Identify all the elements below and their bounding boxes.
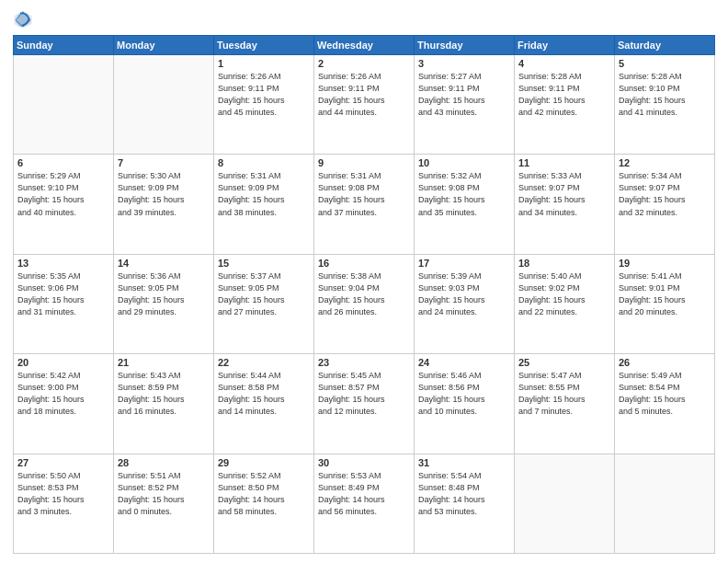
day-number: 3 — [418, 58, 510, 69]
calendar-day-28: 28Sunrise: 5:51 AM Sunset: 8:52 PM Dayli… — [114, 454, 214, 553]
day-info: Sunrise: 5:26 AM Sunset: 9:11 PM Dayligh… — [218, 71, 310, 119]
day-info: Sunrise: 5:31 AM Sunset: 9:08 PM Dayligh… — [318, 170, 410, 218]
day-number: 12 — [619, 157, 711, 168]
calendar-day-26: 26Sunrise: 5:49 AM Sunset: 8:54 PM Dayli… — [615, 354, 715, 454]
day-info: Sunrise: 5:51 AM Sunset: 8:52 PM Dayligh… — [118, 470, 210, 518]
weekday-header-sunday: Sunday — [14, 36, 114, 55]
calendar-day-19: 19Sunrise: 5:41 AM Sunset: 9:01 PM Dayli… — [615, 254, 715, 353]
day-number: 7 — [118, 157, 210, 168]
calendar-day-7: 7Sunrise: 5:30 AM Sunset: 9:09 PM Daylig… — [114, 155, 214, 254]
day-info: Sunrise: 5:35 AM Sunset: 9:06 PM Dayligh… — [17, 270, 109, 318]
day-number: 28 — [118, 457, 210, 468]
day-info: Sunrise: 5:36 AM Sunset: 9:05 PM Dayligh… — [118, 270, 210, 318]
day-number: 4 — [518, 58, 610, 69]
day-number: 24 — [418, 357, 510, 368]
day-info: Sunrise: 5:26 AM Sunset: 9:11 PM Dayligh… — [318, 71, 410, 119]
calendar-day-8: 8Sunrise: 5:31 AM Sunset: 9:09 PM Daylig… — [214, 155, 314, 254]
calendar-day-15: 15Sunrise: 5:37 AM Sunset: 9:05 PM Dayli… — [214, 254, 314, 353]
weekday-header-monday: Monday — [114, 36, 214, 55]
day-number: 27 — [17, 457, 109, 468]
calendar-empty-cell — [615, 454, 715, 553]
day-info: Sunrise: 5:27 AM Sunset: 9:11 PM Dayligh… — [418, 71, 510, 119]
day-number: 15 — [218, 258, 310, 269]
day-info: Sunrise: 5:45 AM Sunset: 8:57 PM Dayligh… — [318, 370, 410, 418]
calendar-day-24: 24Sunrise: 5:46 AM Sunset: 8:56 PM Dayli… — [415, 354, 515, 454]
calendar-week-row: 1Sunrise: 5:26 AM Sunset: 9:11 PM Daylig… — [14, 55, 715, 155]
header — [13, 9, 715, 29]
day-info: Sunrise: 5:42 AM Sunset: 9:00 PM Dayligh… — [17, 370, 109, 418]
day-info: Sunrise: 5:28 AM Sunset: 9:10 PM Dayligh… — [619, 71, 711, 119]
calendar-day-4: 4Sunrise: 5:28 AM Sunset: 9:11 PM Daylig… — [515, 55, 615, 155]
day-number: 19 — [619, 258, 711, 269]
calendar-day-2: 2Sunrise: 5:26 AM Sunset: 9:11 PM Daylig… — [314, 55, 415, 155]
day-number: 22 — [218, 357, 310, 368]
calendar-day-29: 29Sunrise: 5:52 AM Sunset: 8:50 PM Dayli… — [214, 454, 314, 553]
day-number: 8 — [218, 157, 310, 168]
day-info: Sunrise: 5:33 AM Sunset: 9:07 PM Dayligh… — [518, 170, 610, 218]
calendar-day-31: 31Sunrise: 5:54 AM Sunset: 8:48 PM Dayli… — [415, 454, 515, 553]
calendar-week-row: 20Sunrise: 5:42 AM Sunset: 9:00 PM Dayli… — [14, 354, 715, 454]
day-info: Sunrise: 5:28 AM Sunset: 9:11 PM Dayligh… — [518, 71, 610, 119]
day-info: Sunrise: 5:53 AM Sunset: 8:49 PM Dayligh… — [318, 470, 410, 518]
calendar-table: SundayMondayTuesdayWednesdayThursdayFrid… — [13, 35, 715, 554]
calendar-day-30: 30Sunrise: 5:53 AM Sunset: 8:49 PM Dayli… — [314, 454, 415, 553]
day-info: Sunrise: 5:49 AM Sunset: 8:54 PM Dayligh… — [619, 370, 711, 418]
weekday-header-saturday: Saturday — [615, 36, 715, 55]
weekday-header-row: SundayMondayTuesdayWednesdayThursdayFrid… — [14, 36, 715, 55]
calendar-day-22: 22Sunrise: 5:44 AM Sunset: 8:58 PM Dayli… — [214, 354, 314, 454]
calendar-day-12: 12Sunrise: 5:34 AM Sunset: 9:07 PM Dayli… — [615, 155, 715, 254]
day-info: Sunrise: 5:30 AM Sunset: 9:09 PM Dayligh… — [118, 170, 210, 218]
calendar-day-23: 23Sunrise: 5:45 AM Sunset: 8:57 PM Dayli… — [314, 354, 415, 454]
logo-icon — [13, 9, 33, 29]
calendar-empty-cell — [114, 55, 214, 155]
calendar-day-11: 11Sunrise: 5:33 AM Sunset: 9:07 PM Dayli… — [515, 155, 615, 254]
day-info: Sunrise: 5:41 AM Sunset: 9:01 PM Dayligh… — [619, 270, 711, 318]
day-number: 20 — [17, 357, 109, 368]
day-info: Sunrise: 5:38 AM Sunset: 9:04 PM Dayligh… — [318, 270, 410, 318]
calendar-day-5: 5Sunrise: 5:28 AM Sunset: 9:10 PM Daylig… — [615, 55, 715, 155]
day-info: Sunrise: 5:46 AM Sunset: 8:56 PM Dayligh… — [418, 370, 510, 418]
day-number: 2 — [318, 58, 410, 69]
calendar-week-row: 6Sunrise: 5:29 AM Sunset: 9:10 PM Daylig… — [14, 155, 715, 254]
calendar-day-14: 14Sunrise: 5:36 AM Sunset: 9:05 PM Dayli… — [114, 254, 214, 353]
logo — [13, 9, 37, 29]
day-info: Sunrise: 5:44 AM Sunset: 8:58 PM Dayligh… — [218, 370, 310, 418]
day-number: 1 — [218, 58, 310, 69]
calendar-day-10: 10Sunrise: 5:32 AM Sunset: 9:08 PM Dayli… — [415, 155, 515, 254]
calendar-empty-cell — [14, 55, 114, 155]
day-number: 14 — [118, 258, 210, 269]
calendar-day-9: 9Sunrise: 5:31 AM Sunset: 9:08 PM Daylig… — [314, 155, 415, 254]
calendar-day-13: 13Sunrise: 5:35 AM Sunset: 9:06 PM Dayli… — [14, 254, 114, 353]
day-number: 21 — [118, 357, 210, 368]
day-info: Sunrise: 5:52 AM Sunset: 8:50 PM Dayligh… — [218, 470, 310, 518]
day-info: Sunrise: 5:54 AM Sunset: 8:48 PM Dayligh… — [418, 470, 510, 518]
day-number: 29 — [218, 457, 310, 468]
day-info: Sunrise: 5:43 AM Sunset: 8:59 PM Dayligh… — [118, 370, 210, 418]
day-info: Sunrise: 5:34 AM Sunset: 9:07 PM Dayligh… — [619, 170, 711, 218]
calendar-empty-cell — [515, 454, 615, 553]
day-info: Sunrise: 5:40 AM Sunset: 9:02 PM Dayligh… — [518, 270, 610, 318]
day-number: 16 — [318, 258, 410, 269]
calendar-week-row: 27Sunrise: 5:50 AM Sunset: 8:53 PM Dayli… — [14, 454, 715, 553]
calendar-day-1: 1Sunrise: 5:26 AM Sunset: 9:11 PM Daylig… — [214, 55, 314, 155]
calendar-day-3: 3Sunrise: 5:27 AM Sunset: 9:11 PM Daylig… — [415, 55, 515, 155]
weekday-header-tuesday: Tuesday — [214, 36, 314, 55]
calendar-day-6: 6Sunrise: 5:29 AM Sunset: 9:10 PM Daylig… — [14, 155, 114, 254]
day-number: 25 — [518, 357, 610, 368]
day-number: 30 — [318, 457, 410, 468]
weekday-header-wednesday: Wednesday — [314, 36, 415, 55]
day-number: 5 — [619, 58, 711, 69]
calendar-day-16: 16Sunrise: 5:38 AM Sunset: 9:04 PM Dayli… — [314, 254, 415, 353]
day-number: 6 — [17, 157, 109, 168]
day-info: Sunrise: 5:32 AM Sunset: 9:08 PM Dayligh… — [418, 170, 510, 218]
day-number: 31 — [418, 457, 510, 468]
calendar-day-25: 25Sunrise: 5:47 AM Sunset: 8:55 PM Dayli… — [515, 354, 615, 454]
day-info: Sunrise: 5:47 AM Sunset: 8:55 PM Dayligh… — [518, 370, 610, 418]
day-number: 10 — [418, 157, 510, 168]
calendar-day-21: 21Sunrise: 5:43 AM Sunset: 8:59 PM Dayli… — [114, 354, 214, 454]
day-number: 18 — [518, 258, 610, 269]
day-number: 13 — [17, 258, 109, 269]
day-number: 26 — [619, 357, 711, 368]
weekday-header-friday: Friday — [515, 36, 615, 55]
day-info: Sunrise: 5:31 AM Sunset: 9:09 PM Dayligh… — [218, 170, 310, 218]
